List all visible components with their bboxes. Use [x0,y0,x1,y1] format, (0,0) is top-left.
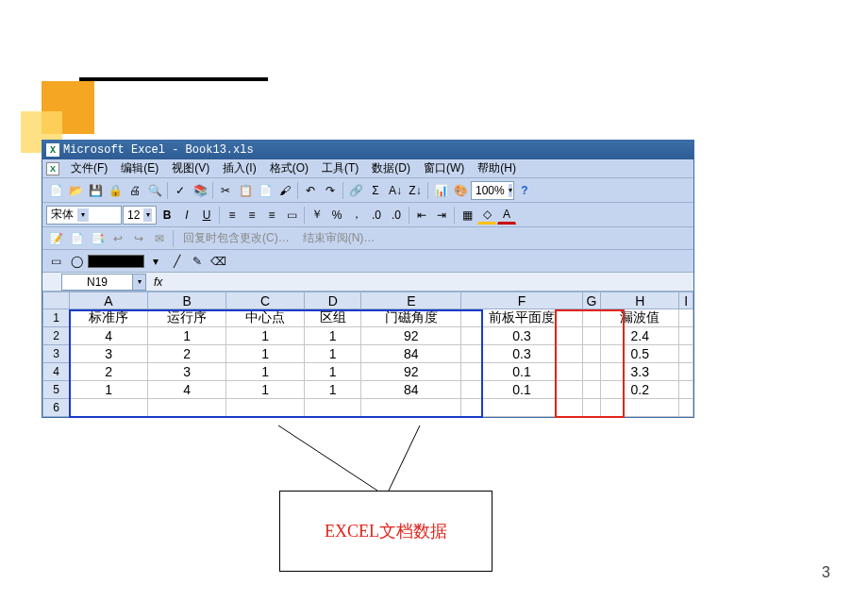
decrease-indent-icon[interactable]: ⇤ [412,206,431,225]
col-header-H[interactable]: H [601,292,679,309]
review-icon-2[interactable]: 📄 [67,229,86,248]
col-header-G[interactable]: G [582,292,600,309]
col-header-D[interactable]: D [305,292,361,309]
menu-format[interactable]: 格式(O) [264,159,314,177]
research-icon[interactable]: 📚 [191,181,209,200]
cell[interactable]: 运行序 [148,309,226,327]
comma-icon[interactable]: ， [347,206,366,225]
row-header[interactable]: 2 [43,327,70,345]
format-painter-icon[interactable]: 🖌 [275,181,294,200]
cell[interactable]: 门磁角度 [361,309,461,327]
col-header-A[interactable]: A [70,292,148,309]
row-header[interactable]: 1 [43,309,70,327]
cell[interactable]: 中心点 [226,309,305,327]
menu-view[interactable]: 视图(V) [166,159,215,177]
cell[interactable] [582,363,600,381]
sort-desc-icon[interactable]: Z↓ [406,181,425,200]
print-icon[interactable]: 🖨 [125,181,144,200]
review-icon-1[interactable]: 📝 [46,229,65,248]
menu-data[interactable]: 数据(D) [366,159,416,177]
drawing-icon[interactable]: 🎨 [451,181,470,200]
cell[interactable] [461,399,583,417]
cell[interactable]: 92 [361,363,461,381]
copy-icon[interactable]: 📋 [236,181,255,200]
review-icon-3[interactable]: 📑 [88,229,107,248]
cell[interactable] [679,309,693,327]
menu-file[interactable]: 文件(F) [65,159,113,177]
name-box[interactable]: N19 ▾ [61,274,146,291]
cell[interactable] [582,399,600,417]
cell[interactable]: 2 [148,345,226,363]
row-header[interactable]: 3 [43,345,70,363]
permission-icon[interactable]: 🔒 [106,181,125,200]
align-right-icon[interactable]: ≡ [262,206,281,225]
cell[interactable]: 区组 [305,309,361,327]
increase-decimal-icon[interactable]: .0 [367,206,386,225]
cell[interactable]: 84 [361,381,461,399]
cell[interactable]: 标准序 [70,309,148,327]
cell[interactable]: 3.3 [601,363,679,381]
borders-icon[interactable]: ▦ [458,206,476,225]
cell[interactable] [70,399,148,417]
cell[interactable] [679,381,693,399]
font-color-icon[interactable]: A [497,206,516,225]
menu-help[interactable]: 帮助(H) [472,159,522,177]
paste-icon[interactable]: 📄 [256,181,275,200]
menu-insert[interactable]: 插入(I) [217,159,261,177]
cell[interactable]: 2.4 [601,327,679,345]
cell[interactable]: 0.1 [461,363,583,381]
cell[interactable] [582,381,600,399]
currency-icon[interactable]: ￥ [308,206,326,225]
cell[interactable]: 0.3 [461,345,583,363]
spell-icon[interactable]: ✓ [171,181,190,200]
cell[interactable] [679,399,693,417]
align-center-icon[interactable]: ≡ [242,206,261,225]
cell[interactable]: 1 [305,345,361,363]
font-dropdown[interactable]: 宋体 ▾ [46,206,122,225]
help-icon[interactable]: ? [515,181,534,200]
cell[interactable] [679,327,693,345]
italic-icon[interactable]: I [177,206,196,225]
cell[interactable] [582,309,600,327]
cell[interactable]: 1 [305,363,361,381]
cell[interactable]: 1 [148,327,226,345]
cell[interactable]: 3 [70,345,148,363]
row-header[interactable]: 6 [43,399,70,417]
cell[interactable]: 84 [361,345,461,363]
cell[interactable]: 1 [226,327,305,345]
cell[interactable]: 2 [70,363,148,381]
cell[interactable]: 1 [70,381,148,399]
draw-icon-2[interactable]: ◯ [67,252,86,271]
cell[interactable]: 0.5 [601,345,679,363]
col-header-I[interactable]: I [679,292,693,309]
col-header-E[interactable]: E [361,292,461,309]
decrease-decimal-icon[interactable]: .0 [387,206,406,225]
bold-icon[interactable]: B [158,206,176,225]
cell[interactable]: 1 [305,381,361,399]
increase-indent-icon[interactable]: ⇥ [432,206,451,225]
menu-tools[interactable]: 工具(T) [316,159,364,177]
cell[interactable] [582,327,600,345]
cell[interactable] [679,363,693,381]
cell[interactable]: 漏波值 [601,309,679,327]
cell[interactable] [305,399,361,417]
draw-arrow-icon[interactable]: ▾ [146,252,165,271]
cell[interactable]: 92 [361,327,461,345]
open-icon[interactable]: 📂 [66,181,85,200]
align-left-icon[interactable]: ≡ [223,206,242,225]
cell[interactable] [148,399,226,417]
menu-edit[interactable]: 编辑(E) [115,159,164,177]
fill-color-icon[interactable]: ◇ [477,206,496,225]
fx-label[interactable]: fx [148,275,168,289]
pencil-icon[interactable]: ✎ [188,252,207,271]
draw-icon-1[interactable]: ▭ [46,252,65,271]
cell[interactable] [601,399,679,417]
select-all[interactable] [43,292,70,309]
zoom-dropdown[interactable]: 100% ▾ [471,181,514,200]
cell[interactable] [679,345,693,363]
sort-asc-icon[interactable]: A↓ [386,181,405,200]
doc-icon[interactable]: X [46,162,59,175]
review-icon-4[interactable]: ↩ [108,229,127,248]
col-header-C[interactable]: C [226,292,305,309]
cut-icon[interactable]: ✂ [216,181,235,200]
